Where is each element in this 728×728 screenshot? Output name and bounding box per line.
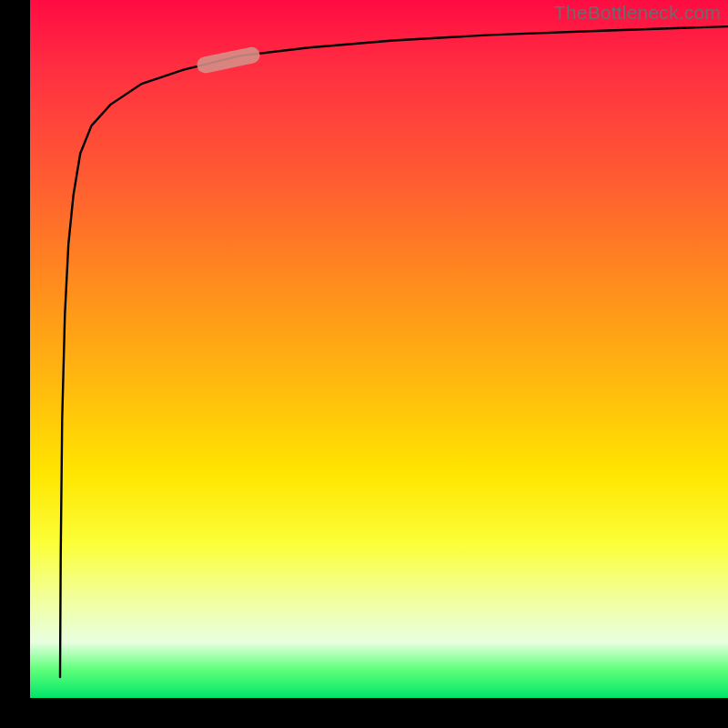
axis-left-margin (0, 0, 30, 728)
watermark-label: TheBottleneck.com (554, 2, 721, 24)
plot-area (30, 0, 728, 698)
chart-stage: TheBottleneck.com (0, 0, 728, 728)
axis-bottom-margin (0, 698, 728, 728)
